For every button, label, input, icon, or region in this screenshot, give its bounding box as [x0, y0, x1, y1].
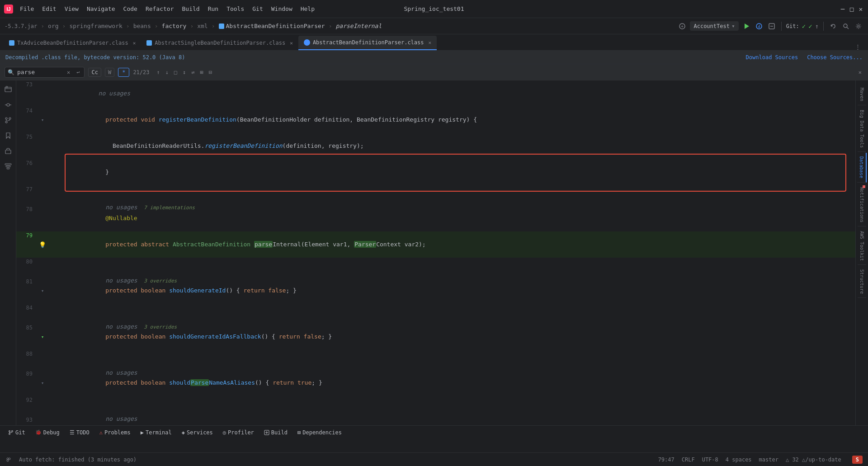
search-clear-button[interactable]: ✕ — [65, 68, 72, 76]
keyword-protected: protected — [105, 116, 141, 123]
search-filter-extra[interactable]: ⊞ — [198, 68, 205, 76]
search-prev-button[interactable]: ↑ — [155, 68, 161, 76]
tab-txadvice[interactable]: TxAdviceBeanDefinitionParser.class ✕ — [4, 36, 141, 50]
git-status[interactable]: △ 32 △/up-to-date — [786, 457, 841, 463]
code-scroll[interactable]: 73 no usages 74 ▾ protected void — [16, 80, 855, 439]
debug-button[interactable]: d — [754, 21, 764, 31]
menu-run[interactable]: Run — [204, 4, 222, 14]
search-regex-button[interactable]: ↩ — [75, 68, 81, 76]
breadcrumb-xml[interactable]: xml — [197, 23, 208, 29]
maven-tab[interactable]: Maven — [858, 84, 866, 105]
tab-abstractbean-close[interactable]: ✕ — [429, 40, 432, 46]
menu-file[interactable]: File — [16, 4, 38, 14]
build-toolbar-button[interactable]: Build — [259, 428, 292, 438]
code-line-75: 75 BeanDefinitionReaderUtils.registerBea… — [16, 133, 855, 159]
pullrequest-icon[interactable] — [0, 113, 16, 127]
sogou-icon-area[interactable]: S — [852, 456, 863, 464]
commit-icon[interactable] — [0, 98, 16, 112]
undo-button[interactable] — [828, 21, 838, 31]
breadcrumb-jar[interactable]: -5.3.7.jar — [5, 23, 37, 29]
fold-icon-81[interactable]: ▾ — [41, 288, 44, 294]
line-number — [16, 314, 38, 324]
search-option-w[interactable]: W — [105, 68, 114, 77]
menu-navigate[interactable]: Navigate — [83, 4, 119, 14]
structure-side-tab[interactable]: Structure — [858, 266, 866, 298]
fold-icon[interactable]: ▾ — [41, 117, 44, 123]
run-config-selector[interactable]: AccountTest ▾ — [690, 21, 738, 31]
line-content: no usages — [47, 80, 855, 107]
search-toolbar-button[interactable] — [841, 21, 851, 31]
dependencies-toolbar-button[interactable]: ⊞ Dependencies — [293, 428, 346, 438]
project-icon[interactable] — [0, 82, 16, 97]
lightbulb-icon[interactable]: 💡 — [39, 241, 46, 248]
fold-icon-85[interactable]: ▾ — [41, 334, 44, 340]
breadcrumb-method[interactable]: parseInternal — [336, 23, 382, 29]
run-button[interactable] — [741, 21, 751, 31]
structure-icon[interactable] — [0, 159, 16, 174]
notifications-tab[interactable]: Notifications — [858, 184, 866, 226]
menu-window[interactable]: Window — [268, 4, 296, 14]
todo-toolbar-button[interactable]: ☰ TODO — [65, 428, 94, 438]
menu-git[interactable]: Git — [249, 4, 266, 14]
branch[interactable]: master — [759, 457, 778, 463]
line-gutter-lightbulb[interactable]: 💡 — [38, 231, 47, 258]
settings-button[interactable] — [854, 21, 863, 31]
tab-txadvice-close[interactable]: ✕ — [133, 40, 136, 46]
menu-build[interactable]: Build — [179, 4, 203, 14]
autofetch-status[interactable]: Auto fetch: finished (3 minutes ago) — [19, 457, 137, 463]
search-next-button[interactable]: ↓ — [164, 68, 170, 76]
git-check2-icon[interactable]: ✓ — [808, 23, 812, 30]
tab-abstractsingle-close[interactable]: ✕ — [290, 40, 293, 46]
git-check-icon[interactable]: ✓ — [802, 23, 806, 30]
database-tab[interactable]: Database — [857, 153, 867, 182]
tab-abstractsingle[interactable]: AbstractSingleBeanDefinitionParser.class… — [141, 36, 298, 50]
search-context-button[interactable]: □ — [172, 68, 179, 76]
menu-edit[interactable]: Edit — [38, 4, 60, 14]
git-up-icon[interactable]: ↑ — [815, 23, 819, 30]
fold-icon-89[interactable]: ▾ — [41, 380, 44, 386]
coverage-button[interactable] — [767, 21, 777, 31]
git-status-icon[interactable] — [5, 456, 12, 463]
line-ending[interactable]: CRLF — [682, 457, 695, 463]
bigdata-tab[interactable]: Big Data Tools — [858, 106, 866, 152]
awstoolkit-side-tab[interactable]: AWS Toolkit — [858, 227, 866, 265]
debug-toolbar-button[interactable]: 🐞 Debug — [31, 428, 64, 438]
terminal-toolbar-button[interactable]: ▶ Terminal — [136, 428, 176, 438]
breadcrumb-class[interactable]: AbstractBeanDefinitionParser — [219, 23, 325, 29]
problems-toolbar-button[interactable]: ⚠ Problems — [95, 428, 135, 438]
line-number: 85 — [16, 324, 38, 350]
profiler-toolbar-button[interactable]: ◎ Profiler — [218, 428, 259, 438]
add-config-button[interactable]: + — [677, 21, 687, 31]
choose-sources-link[interactable]: Choose Sources... — [807, 54, 863, 61]
menu-tools[interactable]: Tools — [223, 4, 248, 14]
breadcrumb-factory[interactable]: factory — [162, 23, 187, 29]
search-option-cc[interactable]: Cc — [88, 68, 101, 77]
close-button[interactable]: ✕ — [857, 5, 864, 13]
git-toolbar-button[interactable]: Git — [4, 428, 30, 438]
search-filter-button[interactable]: ⊟ — [207, 68, 214, 76]
search-multiline-button[interactable]: ⇌ — [189, 68, 196, 76]
code-line-meta-5: no usages — [16, 406, 855, 416]
menu-code[interactable]: Code — [120, 4, 141, 14]
minimize-button[interactable]: ─ — [839, 5, 846, 13]
tab-abstractbean[interactable]: AbstractBeanDefinitionParser.class ✕ — [298, 36, 437, 50]
breadcrumb-org[interactable]: org — [48, 23, 58, 29]
tabs-overflow-button[interactable]: ⋮ — [851, 43, 864, 50]
bookmark-icon[interactable] — [0, 128, 16, 143]
search-input[interactable] — [17, 69, 62, 75]
indent[interactable]: 4 spaces — [726, 457, 752, 463]
menu-refactor[interactable]: Refactor — [142, 4, 178, 14]
maximize-button[interactable]: □ — [848, 5, 855, 13]
search-close-button[interactable]: ✕ — [857, 68, 863, 76]
download-sources-link[interactable]: Download Sources — [746, 54, 798, 61]
charset[interactable]: UTF-8 — [702, 457, 718, 463]
cursor-position[interactable]: 79:47 — [658, 457, 675, 463]
menu-view[interactable]: View — [61, 4, 82, 14]
search-option-regex[interactable]: * — [118, 68, 129, 77]
search-wrap-button[interactable]: ↕ — [181, 68, 188, 76]
services-toolbar-button[interactable]: ◈ Services — [177, 428, 217, 438]
menu-help[interactable]: Help — [297, 4, 318, 14]
awstoolkit-icon[interactable] — [0, 144, 16, 158]
breadcrumb-beans[interactable]: beans — [133, 23, 151, 29]
breadcrumb-springframework[interactable]: springframework — [69, 23, 122, 29]
